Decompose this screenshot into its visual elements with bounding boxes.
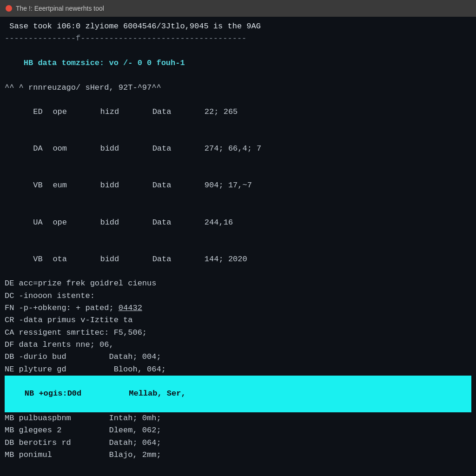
highlight-text: +ogis:D0d Mellab, Ser,: [34, 389, 185, 398]
row-content: ota bidd Data 144; 2020: [48, 255, 247, 264]
window-title: The !: Eeertpinal newerhts tool: [16, 5, 104, 12]
list-item: DB berotirs rd Datah; 064;: [5, 437, 471, 449]
table-row: VB eum bidd Data 904; 17,~7: [5, 167, 471, 204]
hb-code: HB: [24, 59, 33, 67]
list-item: DC -inooon istente:: [5, 290, 471, 302]
list-item: DB -durio bud Datah; 004;: [5, 351, 471, 363]
table-row: UA ope bidd Data 244,16: [5, 204, 471, 241]
row-code: VB: [33, 253, 48, 265]
caret-line: ^^ ^ rnnreuzago/ sHerd, 92T-^97^^: [5, 82, 471, 94]
close-button[interactable]: [6, 5, 12, 12]
hb-text: data tomzsice: vo /- 0 0 fouh-1: [33, 59, 185, 67]
highlight-code: NB: [25, 389, 34, 398]
data-rows: ED ope hizd Data 22; 265 DA oom bidd Dat…: [5, 94, 471, 278]
bottom-lines: MB pulbuaspbnm Intah; 0mh; MB glegees 2 …: [5, 412, 471, 461]
row-content: oom bidd Data 274; 66,4; 7: [48, 144, 261, 153]
list-item: FN -p-+obkeng: + pated; 04432: [5, 302, 471, 314]
table-row: DA oom bidd Data 274; 66,4; 7: [5, 131, 471, 167]
misc-lines: DE acc=prize frek goidrel cienus DC -ino…: [5, 278, 471, 376]
list-item: CR -data primus v-Iztite ta: [5, 314, 471, 326]
table-row: VB ota bidd Data 144; 2020: [5, 241, 471, 278]
row-code: UA: [33, 217, 48, 229]
row-content: eum bidd Data 904; 17,~7: [48, 181, 252, 190]
list-item: MB pulbuaspbnm Intah; 0mh;: [5, 412, 471, 424]
list-item: DE acc=prize frek goidrel cienus: [5, 278, 471, 290]
row-content: ope hizd Data 22; 265: [48, 107, 238, 116]
list-item: CA ressigent smrtitec: F5,506;: [5, 327, 471, 339]
row-code: VB: [33, 179, 48, 192]
terminal-body: Sase took i06:0 zlyiome 6004546/3Jtlo,90…: [0, 17, 476, 476]
row-content: ope bidd Data 244,16: [48, 218, 233, 227]
title-bar: The !: Eeertpinal newerhts tool: [0, 0, 476, 17]
status-line: Sase took i06:0 zlyiome 6004546/3Jtlo,90…: [5, 20, 471, 33]
separator-line: ---------------f------------------------…: [5, 33, 471, 45]
highlighted-row[interactable]: NB +ogis:D0d Mellab, Ser,: [5, 376, 471, 412]
list-item: MB glegees 2 Dleem, 062;: [5, 424, 471, 436]
row-code: ED: [33, 106, 48, 118]
hb-line: HB data tomzsice: vo /- 0 0 fouh-1: [5, 45, 471, 82]
list-item: MB ponimul Blajo, 2mm;: [5, 449, 471, 461]
row-code: DA: [33, 143, 48, 155]
table-row: ED ope hizd Data 22; 265: [5, 94, 471, 131]
list-item: DF data lrents nne; 06,: [5, 339, 471, 351]
list-item: NE plyture gd Blooh, 064;: [5, 364, 471, 376]
